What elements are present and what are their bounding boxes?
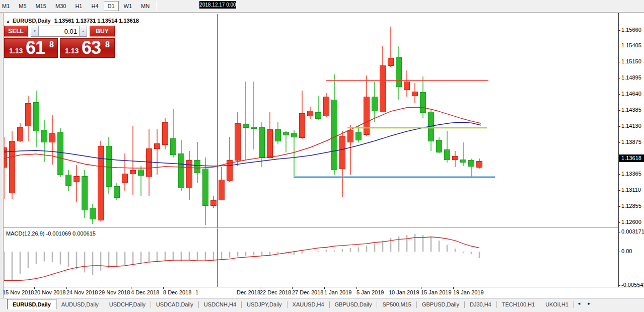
- candle-body: [171, 138, 176, 154]
- timeframe-button-m30[interactable]: M30: [51, 1, 70, 11]
- date-axis-tick: [356, 287, 357, 289]
- pane-separator[interactable]: [0, 227, 618, 228]
- candle-body: [324, 97, 329, 116]
- macd-axis-tick: [618, 252, 620, 252]
- sell-price-panel[interactable]: 1.13 61 8: [4, 38, 58, 58]
- volume-decrease-icon[interactable]: ▼: [31, 26, 39, 36]
- macd-indicator-label: MACD(12,26,9) -0.001069 0.000615: [6, 230, 96, 237]
- price-axis-label: 1.15150: [621, 58, 643, 64]
- candle-body: [195, 160, 200, 173]
- macd-axis-label: 0.00: [621, 248, 643, 254]
- candle-body: [187, 160, 192, 188]
- timeframe-button-h1[interactable]: H1: [71, 1, 86, 11]
- buy-price-panel[interactable]: 1.13 63 8: [60, 38, 115, 58]
- candle-body: [203, 169, 208, 205]
- candle-body: [316, 112, 321, 118]
- tab-scroll-left-icon[interactable]: ◄: [574, 301, 584, 306]
- candle-body: [364, 97, 370, 134]
- current-price-tag: 1.13618: [619, 154, 644, 162]
- toolbar-separator: [156, 2, 157, 11]
- candle-body: [74, 176, 80, 181]
- tab-xauusd-h4[interactable]: XAUUSD,H4: [288, 299, 329, 310]
- tab-ukoil-h1[interactable]: UKOil,H1: [540, 299, 574, 310]
- chart-title: ▲EURUSD,Daily1.13561 1.13731 1.13514 1.1…: [6, 18, 139, 24]
- candle-body: [243, 124, 249, 127]
- candle-body: [275, 129, 281, 141]
- tab-dj30-h4[interactable]: DJ30,H4: [465, 299, 496, 310]
- timeframe-button-h4[interactable]: H4: [87, 1, 102, 11]
- candle-body: [453, 156, 458, 160]
- tab-usdchf-daily[interactable]: USDCHF,Daily: [104, 299, 151, 310]
- timeframe-button-w1[interactable]: W1: [120, 1, 136, 11]
- macd-pane-border: [0, 287, 644, 287]
- candle-body: [42, 130, 47, 142]
- panel-collapse-icon[interactable]: ▲: [6, 19, 10, 24]
- timeframe-button-d1[interactable]: D1: [104, 1, 119, 11]
- buy-price-sup: 8: [105, 40, 110, 49]
- candle-body: [114, 186, 120, 197]
- price-axis-tick: [618, 62, 620, 62]
- price-axis-label: 1.15660: [621, 27, 643, 33]
- date-axis-tick: [260, 287, 260, 289]
- tab-usdcad-daily[interactable]: USDCAD,Daily: [151, 299, 198, 310]
- candle-body: [348, 130, 353, 142]
- price-axis-label: 1.13875: [621, 139, 643, 145]
- timeframe-button-mn[interactable]: MN: [137, 1, 154, 11]
- moving-average-fast-line: [4, 107, 481, 168]
- date-axis-label: 24 Nov 2018: [66, 289, 98, 295]
- buy-button[interactable]: BUY: [90, 26, 115, 37]
- date-axis-tick: [453, 287, 454, 289]
- timeframe-button-m1[interactable]: M1: [0, 1, 14, 11]
- tab-usdcnh-h4[interactable]: USDCNH,H4: [199, 299, 241, 310]
- volume-input[interactable]: [39, 26, 79, 36]
- moving-average-slow-line: [4, 122, 481, 166]
- candle-body: [163, 122, 168, 144]
- tab-scroll-right-icon[interactable]: ►: [584, 301, 594, 306]
- date-axis-tick: [163, 287, 164, 289]
- candle-body: [477, 161, 482, 167]
- price-axis-label: 1.14385: [621, 107, 643, 113]
- timeframe-button-m15[interactable]: M15: [32, 1, 50, 11]
- date-axis: 15 Nov 201820 Nov 201824 Nov 201829 Nov …: [0, 287, 644, 298]
- tab-gbpusd-daily[interactable]: GBPUSD,Daily: [330, 299, 377, 310]
- price-axis-label: 1.13110: [621, 187, 643, 193]
- timeframe-button-m5[interactable]: M5: [15, 1, 30, 11]
- sell-button[interactable]: SELL: [4, 26, 28, 37]
- volume-increase-icon[interactable]: ▲: [79, 26, 87, 36]
- candle-body: [340, 136, 345, 169]
- price-axis-tick: [618, 94, 620, 95]
- price-axis-label: 1.15405: [621, 42, 643, 48]
- macd-axis-tick: [618, 285, 620, 286]
- date-axis-label: 29 Nov 2018: [99, 289, 130, 295]
- candle-body: [155, 143, 160, 148]
- candle-body: [82, 176, 88, 210]
- volume-control: ▼ ▲: [31, 26, 87, 37]
- price-axis-border: [618, 13, 619, 287]
- candle-body: [420, 92, 426, 112]
- candle-body: [437, 140, 442, 152]
- date-axis-label: 15 Jan 2019: [421, 289, 452, 295]
- price-axis-label: 1.12855: [621, 203, 643, 209]
- candle-body: [445, 149, 450, 160]
- tab-usdjpy-daily[interactable]: USDJPY,Daily: [242, 299, 287, 310]
- candle-body: [412, 92, 418, 96]
- candle-body: [10, 141, 15, 193]
- tab-eurusd-daily[interactable]: EURUSD,Daily: [7, 299, 56, 309]
- price-axis-tick: [618, 30, 620, 31]
- tab-tech100-h1[interactable]: TECH100,H1: [497, 299, 540, 310]
- candle-body: [332, 100, 337, 170]
- candle-body: [396, 57, 402, 87]
- candle-body: [251, 127, 257, 128]
- date-axis-tick: [66, 287, 67, 289]
- candle-body: [380, 65, 386, 112]
- candle-body: [283, 132, 289, 135]
- candle-body: [300, 113, 305, 137]
- tabsbar-border: [0, 298, 644, 298]
- candle-body: [404, 82, 410, 90]
- tab-audusd-daily[interactable]: AUDUSD,Daily: [56, 299, 104, 310]
- tab-gbpusd-daily[interactable]: GBPUSD,Daily: [417, 299, 464, 310]
- price-axis-label: 1.13365: [621, 171, 643, 177]
- candle-body: [235, 123, 241, 160]
- tab-sp500-m15[interactable]: SP500,M15: [377, 299, 416, 310]
- candle-body: [211, 200, 217, 205]
